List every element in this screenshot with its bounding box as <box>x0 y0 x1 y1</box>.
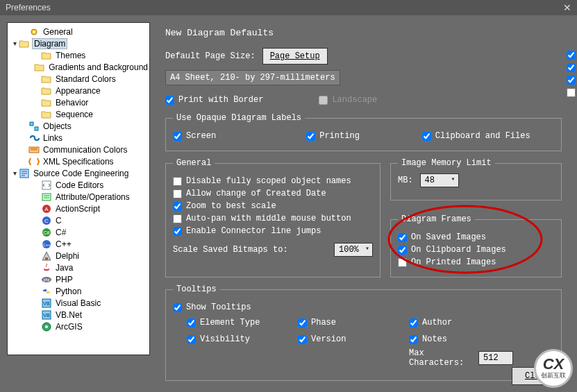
tt-phase-checkbox[interactable]: Phase <box>298 318 402 327</box>
tree-item[interactable]: VBVisual Basic <box>8 297 149 309</box>
svg-text:VB: VB <box>43 313 50 318</box>
tree-item[interactable]: Behavior <box>8 96 149 108</box>
tree-item[interactable]: Objects <box>8 120 149 132</box>
tree-item[interactable]: C++C++ <box>8 238 149 250</box>
tree-item-label: XML Specifications <box>42 157 115 167</box>
tree-item[interactable]: AActionScript <box>8 203 149 214</box>
tree-item-label: Standard Colors <box>54 74 117 84</box>
max-chars-input[interactable] <box>478 351 513 365</box>
tree-item-label: C# <box>54 228 67 237</box>
tree-item[interactable]: Code Editors <box>8 179 149 191</box>
mb-select[interactable]: 48 <box>420 173 459 187</box>
title-bar: Preferences ✕ <box>0 0 577 15</box>
panel-title: New Diagram Defaults <box>165 28 562 38</box>
print-border-checkbox[interactable]: Print with Border <box>165 95 263 105</box>
xml-icon <box>28 156 40 167</box>
tree-item-label: Themes <box>54 51 87 60</box>
opaque-labels-group: Use Opaque Diagram Labels Screen Printin… <box>165 113 562 151</box>
tree-item-label: C++ <box>54 239 73 249</box>
close-icon[interactable]: ✕ <box>563 0 571 15</box>
page-size-label: Default Page Size: <box>165 51 256 61</box>
page-setup-button[interactable]: Page Setup <box>262 48 328 65</box>
watermark: CX 创新互联 <box>534 349 573 388</box>
tree-item[interactable]: Communication Colors <box>8 144 149 155</box>
nav-tree[interactable]: General▾DiagramThemesGradients and Backg… <box>7 22 150 355</box>
frames-saved-checkbox[interactable]: On Saved Images <box>398 232 554 242</box>
scoped-names-checkbox[interactable]: Disable fully scoped object names <box>173 176 373 186</box>
folder-icon <box>41 74 52 85</box>
delphi-icon <box>41 250 52 262</box>
tree-item[interactable]: Links <box>8 132 149 144</box>
tree-item[interactable]: Gradients and Background <box>8 61 149 73</box>
folder-icon <box>41 50 52 61</box>
folder-icon <box>41 85 52 96</box>
tree-item-label: C <box>54 216 63 225</box>
opaque-screen-checkbox[interactable]: Screen <box>173 131 216 141</box>
tree-item[interactable]: Sequence <box>8 108 149 120</box>
svg-text:VB: VB <box>43 301 50 306</box>
tree-item[interactable]: Delphi <box>8 250 149 262</box>
tree-item-label: Code Editors <box>54 180 105 190</box>
opaque-printing-checkbox[interactable]: Printing <box>306 131 360 141</box>
code-icon <box>41 180 52 191</box>
tree-item[interactable]: Java <box>8 262 149 273</box>
connector-jumps-checkbox[interactable]: Enable Connector line jumps <box>173 226 373 236</box>
objects-icon <box>28 121 40 132</box>
gear-icon <box>28 26 40 37</box>
opaque-clipboard-checkbox[interactable]: Clipboard and Files <box>422 131 530 141</box>
tree-item-label: Objects <box>42 121 73 131</box>
tt-notes-checkbox[interactable]: Notes <box>409 334 513 344</box>
expand-icon[interactable]: ▾ <box>10 169 19 177</box>
frames-clipboard-checkbox[interactable]: On Clipboard Images <box>398 245 554 255</box>
svg-rect-3 <box>35 127 38 130</box>
tree-item[interactable]: Python <box>8 285 149 297</box>
java-icon <box>41 262 52 273</box>
tree-item[interactable]: C#C# <box>8 226 149 238</box>
tree-item[interactable]: General <box>8 26 149 37</box>
tt-author-checkbox[interactable]: Author <box>409 318 513 327</box>
tree-item[interactable]: Attribute/Operations <box>8 191 149 203</box>
tree-item[interactable]: ArcGIS <box>8 321 149 332</box>
autopan-checkbox[interactable]: Auto-pan with middle mouse button <box>173 214 373 223</box>
svg-rect-2 <box>30 122 33 126</box>
tree-item[interactable]: ▾Diagram <box>8 37 149 49</box>
svg-rect-6 <box>42 181 51 189</box>
tree-item-label: Python <box>54 287 83 296</box>
tree-item[interactable]: Appearance <box>8 85 149 96</box>
folder-icon <box>19 38 30 49</box>
show-notes-checkbox[interactable]: Show Diagram Notes <box>567 87 577 97</box>
tree-item[interactable]: Standard Colors <box>8 73 149 85</box>
page-size-value: A4 Sheet, 210- by 297-millimeters <box>165 70 340 85</box>
features-group: Show Public Features Show Protected Feat… <box>567 47 577 100</box>
show-tooltips-checkbox[interactable]: Show Tooltips <box>173 302 554 312</box>
expand-icon[interactable]: ▾ <box>10 40 19 47</box>
tree-item[interactable]: CC <box>8 214 149 226</box>
show-protected-checkbox[interactable]: Show Protected Features <box>567 62 577 72</box>
tree-item[interactable]: phpPHP <box>8 273 149 285</box>
svg-point-24 <box>45 325 48 328</box>
tree-item[interactable]: XML Specifications <box>8 155 149 167</box>
tree-item[interactable]: VBVB.Net <box>8 309 149 321</box>
tree-item-label: Behavior <box>54 98 90 108</box>
tree-item-label: Diagram <box>32 38 67 49</box>
tree-item-label: Appearance <box>54 86 102 96</box>
tooltips-group: Tooltips Show Tooltips Element Type Phas… <box>165 284 562 381</box>
tree-item-label: General <box>42 27 74 37</box>
tt-visibility-checkbox[interactable]: Visibility <box>187 334 291 344</box>
tree-item[interactable]: Themes <box>8 49 149 61</box>
tree-item-label: Attribute/Operations <box>54 192 131 202</box>
tree-item-label: Visual Basic <box>54 298 102 308</box>
created-date-checkbox[interactable]: Allow change of Created Date <box>173 189 373 198</box>
show-public-checkbox[interactable]: Show Public Features <box>567 50 577 60</box>
tree-item-label: Gradients and Background <box>47 62 149 72</box>
tt-element-type-checkbox[interactable]: Element Type <box>187 318 291 327</box>
tt-version-checkbox[interactable]: Version <box>298 334 402 344</box>
src-icon <box>19 168 30 179</box>
show-private-checkbox[interactable]: Show Private Features <box>567 75 577 85</box>
zoom-checkbox[interactable]: Zoom to best scale <box>173 201 373 211</box>
frames-printed-checkbox[interactable]: On Printed Images <box>398 257 554 267</box>
folder-icon <box>41 97 52 108</box>
tree-item-label: Sequence <box>54 110 94 119</box>
scale-bitmaps-select[interactable]: 100% <box>334 243 373 257</box>
tree-item[interactable]: ▾Source Code Engineering <box>8 167 149 179</box>
